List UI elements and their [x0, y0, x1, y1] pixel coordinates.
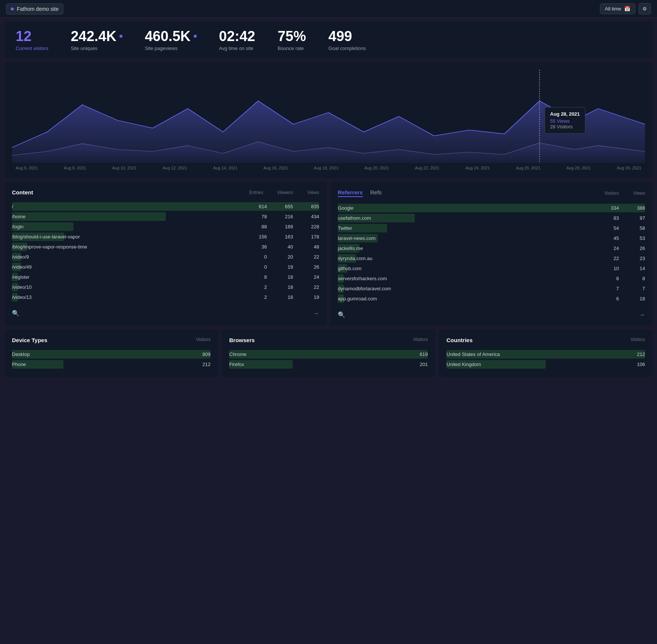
table-row[interactable]: /video/9 0 20 22 — [12, 252, 319, 262]
table-row[interactable]: dyrynda.com.au 22 23 — [338, 253, 645, 263]
countries-panel: Countries Visitors United States of Amer… — [439, 329, 653, 377]
row-visitors: 83 — [593, 215, 619, 221]
list-item[interactable]: United States of America 212 — [446, 349, 645, 359]
avg-time-value: 02:42 — [219, 29, 255, 43]
content-rows: / 614 655 835 /home 78 216 434 /login 88… — [12, 201, 319, 302]
row-views: 14 — [619, 266, 645, 271]
item-label: Phone — [12, 362, 202, 367]
referrers-more-button[interactable]: → — [639, 312, 645, 318]
viewers-col: Viewers — [267, 190, 293, 195]
table-row[interactable]: jackellis.me 24 26 — [338, 243, 645, 253]
table-row[interactable]: usefathom.com 83 97 — [338, 213, 645, 223]
list-item[interactable]: Phone 212 — [12, 359, 211, 369]
row-views: 19 — [293, 294, 319, 300]
site-pageviews-value: 460.5K — [145, 29, 197, 43]
site-selector[interactable]: Fathom demo site — [6, 3, 63, 15]
item-value: 201 — [420, 362, 428, 367]
row-visitors: 10 — [593, 266, 619, 271]
content-search-button[interactable]: 🔍 — [12, 310, 19, 317]
uniques-dot — [119, 35, 122, 38]
table-row[interactable]: /home 78 216 434 — [12, 212, 319, 222]
row-visitors: 54 — [593, 225, 619, 231]
row-label: jackellis.me — [338, 246, 593, 251]
table-row[interactable]: app.gumroad.com 6 18 — [338, 294, 645, 304]
row-views: 23 — [619, 256, 645, 261]
item-label: Desktop — [12, 351, 202, 357]
table-row[interactable]: /blog/improve-vapor-response-time 36 40 … — [12, 242, 319, 252]
site-status-dot — [11, 7, 14, 10]
site-uniques-label: Site uniques — [71, 46, 122, 51]
referrers-search-button[interactable]: 🔍 — [338, 311, 345, 318]
views-col: Views — [297, 190, 319, 195]
table-row[interactable]: dynamodbforlaravel.com 7 7 — [338, 284, 645, 294]
row-views: 97 — [619, 215, 645, 221]
content-table-panel: Content Entries Viewers Views / 614 655 … — [4, 182, 327, 326]
row-views: 26 — [619, 246, 645, 251]
row-visitors: 22 — [593, 256, 619, 261]
table-row[interactable]: /register 8 18 24 — [12, 272, 319, 282]
tooltip-date: Aug 28, 2021 — [550, 111, 580, 117]
stat-site-pageviews: 460.5K Site pageviews — [145, 29, 197, 51]
browsers-visitors-col: Visitors — [413, 337, 428, 343]
row-label: app.gumroad.com — [338, 296, 593, 301]
date-range-button[interactable]: All time 📅 — [600, 3, 635, 14]
row-views: 388 — [619, 205, 645, 211]
browsers-header: Browsers Visitors — [229, 337, 428, 343]
header: Fathom demo site All time 📅 ⚙ — [0, 0, 657, 18]
gear-icon: ⚙ — [642, 6, 647, 12]
chart-x-label: Aug 24, 2021 — [465, 166, 490, 170]
tab-refs[interactable]: Refs — [370, 189, 382, 197]
stat-site-uniques: 242.4K Site uniques — [71, 29, 122, 51]
table-row[interactable]: /blog/should-i-use-laravel-vapor 156 163… — [12, 232, 319, 242]
chart-x-label: Aug 22, 2021 — [415, 166, 439, 170]
list-item[interactable]: Desktop 809 — [12, 349, 211, 359]
chart-x-label: Aug 10, 2021 — [112, 166, 136, 170]
table-row[interactable]: serversforhackers.com 8 8 — [338, 273, 645, 284]
list-item[interactable]: Chrome 619 — [229, 349, 428, 359]
table-row[interactable]: /video/10 2 18 22 — [12, 282, 319, 292]
row-label: /blog/improve-vapor-response-time — [12, 244, 241, 250]
tab-referrers[interactable]: Referrers — [338, 189, 363, 197]
item-value: 212 — [637, 351, 645, 357]
table-row[interactable]: /video/49 0 19 26 — [12, 262, 319, 272]
table-row[interactable]: github.com 10 14 — [338, 263, 645, 273]
avg-time-label: Avg time on site — [219, 46, 255, 51]
item-label: United Kingdom — [446, 362, 637, 367]
content-more-button[interactable]: → — [313, 310, 319, 317]
table-row[interactable]: laravel-news.com 45 53 — [338, 233, 645, 243]
content-table-footer: 🔍 → — [12, 307, 319, 317]
list-item[interactable]: Firefox 201 — [229, 359, 428, 369]
content-col-headers: Entries Viewers Views — [237, 190, 319, 195]
table-row[interactable]: Google 334 388 — [338, 203, 645, 213]
row-visitors: 45 — [593, 235, 619, 241]
goal-completions-value: 499 — [328, 29, 366, 43]
row-entries: 2 — [241, 284, 267, 290]
countries-title: Countries — [446, 337, 473, 343]
row-viewers: 19 — [267, 264, 293, 270]
chart-x-label: Aug 12, 2021 — [162, 166, 187, 170]
table-row[interactable]: / 614 655 835 — [12, 201, 319, 212]
list-item[interactable]: United Kingdom 106 — [446, 359, 645, 369]
stat-avg-time: 02:42 Avg time on site — [219, 29, 255, 51]
goal-completions-label: Goal completions — [328, 46, 366, 51]
row-views: 53 — [619, 235, 645, 241]
table-row[interactable]: /login 88 189 228 — [12, 222, 319, 232]
row-viewers: 18 — [267, 274, 293, 280]
chart-x-label: Aug 18, 2021 — [314, 166, 338, 170]
row-views: 22 — [293, 284, 319, 290]
bounce-rate-value: 75% — [278, 29, 306, 43]
settings-button[interactable]: ⚙ — [638, 3, 651, 15]
chart-tooltip: Aug 28, 2021 55 Views 28 Visitors — [545, 107, 586, 134]
row-label: / — [12, 204, 241, 209]
row-viewers: 18 — [267, 294, 293, 300]
row-visitors: 7 — [593, 286, 619, 291]
browser-rows: Chrome 619 Firefox 201 — [229, 349, 428, 369]
device-rows: Desktop 809 Phone 212 — [12, 349, 211, 369]
referrers-col-headers: Visitors Views — [593, 191, 645, 196]
table-row[interactable]: /video/13 2 18 19 — [12, 292, 319, 302]
row-label: Twitter — [338, 225, 593, 231]
row-viewers: 655 — [267, 204, 293, 209]
chart-x-label: Aug 8, 2021 — [64, 166, 86, 170]
table-row[interactable]: Twitter 54 58 — [338, 223, 645, 233]
chart-x-label: Aug 26, 2021 — [516, 166, 540, 170]
